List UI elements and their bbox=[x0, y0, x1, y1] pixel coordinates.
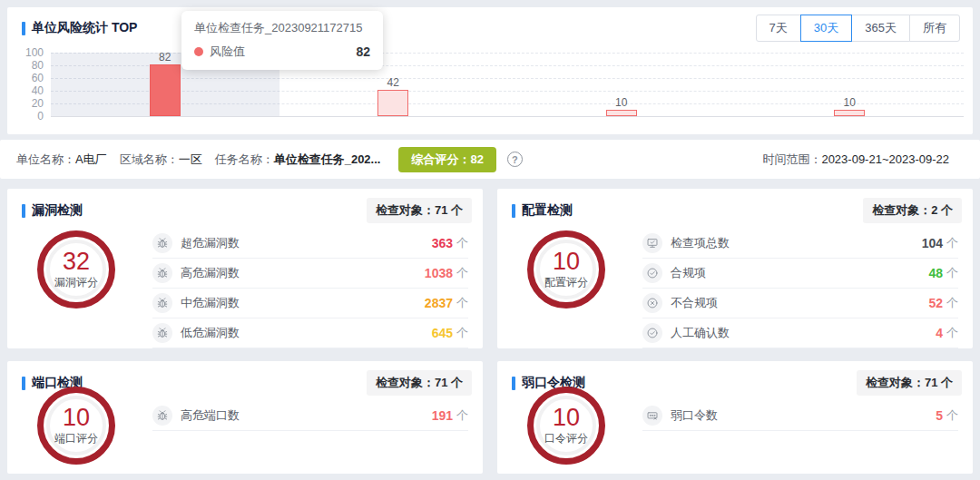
configuration-card: 配置检测 检查对象：2 个 10 配置评分 检查项总数 104 个 合规项 48… bbox=[497, 189, 973, 348]
gauge-label: 漏洞评分 bbox=[54, 275, 98, 290]
stat-row-compliant: 合规项 48 个 bbox=[642, 259, 958, 289]
stat-label: 高危端口数 bbox=[181, 407, 240, 424]
stat-row-high-vulns: 高危漏洞数 1038 个 bbox=[152, 259, 468, 289]
stat-row-critical-vulns: 超危漏洞数 363 个 bbox=[152, 229, 468, 259]
overall-score-badge: 综合评分：82 bbox=[398, 147, 495, 172]
stat-value: 1038 bbox=[425, 266, 453, 280]
bug-icon bbox=[152, 323, 172, 343]
stat-unit: 个 bbox=[946, 265, 958, 281]
unit-name-label: 单位名称： bbox=[16, 152, 75, 166]
card-title: 配置检测 bbox=[522, 202, 573, 219]
tooltip-series-label: 风险值 bbox=[210, 44, 245, 60]
bar-risk-42[interactable]: 42 bbox=[377, 90, 408, 116]
gauge-score: 10 bbox=[63, 406, 90, 430]
stat-unit: 个 bbox=[456, 407, 468, 424]
x-circle-icon bbox=[642, 293, 662, 313]
stat-row-manual-confirm: 人工确认数 4 个 bbox=[642, 318, 958, 348]
check-circle-icon bbox=[642, 263, 662, 283]
stat-label: 弱口令数 bbox=[671, 407, 718, 424]
range-button-365d[interactable]: 365天 bbox=[851, 15, 910, 42]
stat-value: 4 bbox=[936, 326, 943, 340]
bar-value-label: 10 bbox=[844, 96, 856, 109]
region-name-field: 区域名称：一区 bbox=[120, 152, 202, 168]
region-name-value: 一区 bbox=[179, 152, 202, 166]
port-card: 端口检测 检查对象：71 个 10 端口评分 高危端口数 191 个 bbox=[7, 361, 483, 474]
stat-label: 中危漏洞数 bbox=[181, 295, 240, 311]
range-button-30d[interactable]: 30天 bbox=[800, 15, 852, 42]
title-accent-bar bbox=[22, 204, 25, 218]
bar-risk-10b[interactable]: 10 bbox=[834, 110, 865, 116]
gauge-label: 配置评分 bbox=[544, 275, 588, 290]
card-title: 漏洞检测 bbox=[32, 202, 83, 219]
bar-column-4[interactable]: 10 bbox=[736, 53, 965, 116]
target-count-badge: 检查对象：2 个 bbox=[863, 198, 962, 223]
x-axis-line bbox=[51, 116, 964, 117]
task-name-value: 单位检查任务_202... bbox=[274, 152, 381, 166]
title-accent-bar bbox=[22, 377, 25, 390]
unit-name-field: 单位名称：A电厂 bbox=[16, 152, 107, 168]
password-icon bbox=[642, 406, 662, 426]
time-range-button-group: 7天 30天 365天 所有 bbox=[756, 15, 960, 42]
stat-row-medium-vulns: 中危漏洞数 2837 个 bbox=[152, 289, 468, 318]
stat-label: 超危漏洞数 bbox=[181, 235, 240, 251]
bar-value-label: 10 bbox=[615, 96, 627, 109]
gauge-score: 10 bbox=[553, 250, 580, 274]
target-count-value: 71 个 bbox=[435, 203, 463, 217]
time-range-field: 时间范围：2023-09-21~2023-09-22 bbox=[762, 152, 949, 168]
y-tick-100: 100 bbox=[7, 46, 44, 59]
y-axis-ticks: 100 80 60 40 20 0 bbox=[7, 7, 47, 134]
bar-value-label: 82 bbox=[159, 51, 171, 64]
score-gauge: 10 配置评分 bbox=[527, 230, 605, 309]
bug-icon bbox=[152, 263, 172, 283]
bug-icon bbox=[152, 293, 172, 313]
monitor-check-icon bbox=[642, 233, 662, 253]
y-tick-80: 80 bbox=[7, 59, 44, 72]
range-button-7d[interactable]: 7天 bbox=[756, 15, 801, 42]
target-count-badge: 检查对象：71 个 bbox=[367, 370, 472, 396]
vulnerability-card: 漏洞检测 检查对象：71 个 32 漏洞评分 超危漏洞数 363 个 高危漏洞数… bbox=[7, 189, 483, 348]
card-title-block: 漏洞检测 bbox=[22, 202, 83, 219]
stat-value: 2837 bbox=[425, 296, 453, 310]
stat-unit: 个 bbox=[946, 325, 958, 341]
stat-row-noncompliant: 不合规项 52 个 bbox=[642, 289, 958, 318]
weak-password-card: 弱口令检测 检查对象：71 个 10 口令评分 弱口令数 5 个 bbox=[497, 361, 973, 474]
stat-row-high-risk-ports: 高危端口数 191 个 bbox=[152, 401, 468, 431]
gauge-label: 端口评分 bbox=[54, 431, 98, 446]
gauge-label: 口令评分 bbox=[544, 431, 588, 446]
help-icon[interactable]: ? bbox=[507, 152, 523, 167]
target-count-label: 检查对象： bbox=[376, 376, 435, 389]
score-gauge: 10 口令评分 bbox=[527, 387, 605, 465]
y-tick-40: 40 bbox=[7, 84, 44, 97]
stat-unit: 个 bbox=[946, 235, 958, 251]
bug-icon bbox=[152, 233, 172, 253]
bar-risk-82[interactable]: 82 bbox=[150, 64, 181, 116]
task-name-field: 任务名称：单位检查任务_202... bbox=[215, 152, 381, 168]
series-dot-icon bbox=[194, 47, 203, 56]
bug-icon bbox=[152, 406, 172, 426]
target-count-value: 2 个 bbox=[931, 203, 953, 217]
y-tick-0: 0 bbox=[7, 110, 44, 122]
stat-value: 48 bbox=[928, 266, 943, 280]
bar-column-3[interactable]: 10 bbox=[507, 53, 736, 116]
y-tick-20: 20 bbox=[7, 97, 44, 110]
score-gauge: 10 端口评分 bbox=[37, 387, 115, 465]
chart-title: 单位风险统计 TOP bbox=[32, 20, 137, 36]
bar-value-label: 42 bbox=[387, 76, 399, 89]
tooltip-series-value: 82 bbox=[356, 44, 370, 59]
target-count-label: 检查对象： bbox=[872, 203, 931, 217]
target-count-label: 检查对象： bbox=[376, 203, 435, 217]
stat-value: 5 bbox=[936, 408, 943, 423]
check-circle-icon bbox=[642, 323, 662, 343]
score-gauge: 32 漏洞评分 bbox=[37, 230, 115, 309]
stat-unit: 个 bbox=[456, 325, 468, 341]
stat-unit: 个 bbox=[456, 265, 468, 281]
target-count-badge: 检查对象：71 个 bbox=[857, 370, 962, 396]
stat-value: 363 bbox=[432, 236, 453, 250]
target-count-value: 71 个 bbox=[925, 376, 953, 389]
title-accent-bar bbox=[512, 204, 515, 218]
stat-value: 52 bbox=[928, 296, 943, 310]
stat-value: 645 bbox=[432, 326, 453, 340]
range-button-all[interactable]: 所有 bbox=[909, 15, 960, 42]
target-count-badge: 检查对象：71 个 bbox=[367, 198, 472, 223]
bar-risk-10a[interactable]: 10 bbox=[606, 110, 637, 116]
